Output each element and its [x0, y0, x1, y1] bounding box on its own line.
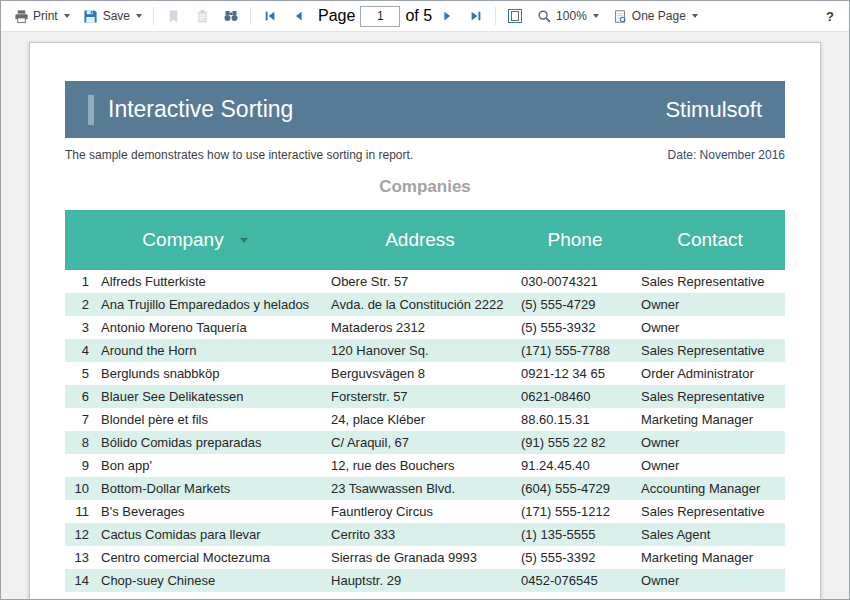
- table-row: 10Bottom-Dollar Markets23 Tsawwassen Blv…: [65, 477, 785, 500]
- table-cell: 24, place Kléber: [325, 408, 515, 431]
- column-header-contact[interactable]: Contact: [635, 210, 785, 270]
- viewer-area[interactable]: Interactive Sorting Stimulsoft The sampl…: [1, 32, 849, 599]
- table-cell: Av. dos Lusíadas, 23: [325, 592, 515, 599]
- section-title: Companies: [65, 177, 785, 197]
- row-number-cell: 3: [65, 316, 95, 339]
- next-page-button[interactable]: [433, 4, 461, 28]
- table-row: 3Antonio Moreno TaqueríaMataderos 2312(5…: [65, 316, 785, 339]
- parameters-button[interactable]: [188, 4, 216, 28]
- table-cell: Owner: [635, 569, 785, 592]
- row-number-cell: 7: [65, 408, 95, 431]
- zoom-button[interactable]: 100%: [530, 4, 605, 28]
- report-title: Interactive Sorting: [108, 96, 293, 123]
- print-button[interactable]: Print: [7, 4, 76, 28]
- table-cell: Owner: [635, 431, 785, 454]
- brand-label: Stimulsoft: [665, 97, 762, 123]
- save-button[interactable]: Save: [77, 4, 148, 28]
- table-row: 1Alfreds FutterkisteObere Str. 57030-007…: [65, 270, 785, 293]
- table-cell: Centro comercial Moctezuma: [95, 546, 325, 569]
- row-number-cell: 13: [65, 546, 95, 569]
- row-number-cell: 2: [65, 293, 95, 316]
- row-number-cell: 10: [65, 477, 95, 500]
- table-row: 11B's BeveragesFauntleroy Circus(171) 55…: [65, 500, 785, 523]
- table-cell: Comércio Mineiro: [95, 592, 325, 599]
- report-viewer-window: Print Save: [0, 0, 850, 600]
- table-cell: (11) 555-7647: [515, 592, 635, 599]
- row-number-cell: 14: [65, 569, 95, 592]
- table-cell: 88.60.15.31: [515, 408, 635, 431]
- company-table-body: 1Alfreds FutterkisteObere Str. 57030-007…: [65, 270, 785, 599]
- row-number-cell: 8: [65, 431, 95, 454]
- table-cell: C/ Araquil, 67: [325, 431, 515, 454]
- table-row: 5Berglunds snabbköpBerguvsvägen 80921-12…: [65, 362, 785, 385]
- table-cell: Bon app': [95, 454, 325, 477]
- table-cell: 0452-076545: [515, 569, 635, 592]
- previous-page-icon: [291, 8, 307, 24]
- report-header-band: Interactive Sorting Stimulsoft: [65, 81, 785, 138]
- row-number-cell: 6: [65, 385, 95, 408]
- next-page-icon: [439, 8, 455, 24]
- table-cell: Sales Agent: [635, 523, 785, 546]
- zoom-value-label: 100%: [556, 9, 587, 23]
- previous-page-button[interactable]: [285, 4, 313, 28]
- table-row: 6Blauer See DelikatessenForsterstr. 5706…: [65, 385, 785, 408]
- column-header-address[interactable]: Address: [325, 210, 515, 270]
- table-cell: Berguvsvägen 8: [325, 362, 515, 385]
- chevron-down-icon: [136, 14, 142, 18]
- table-cell: 12, rue des Bouchers: [325, 454, 515, 477]
- table-cell: Bottom-Dollar Markets: [95, 477, 325, 500]
- table-cell: Sales Representative: [635, 270, 785, 293]
- page-number-input[interactable]: [360, 6, 400, 27]
- row-number-cell: 9: [65, 454, 95, 477]
- first-page-button[interactable]: [256, 4, 284, 28]
- page-view-icon: [507, 8, 523, 24]
- page-total-label: of 5: [405, 7, 432, 25]
- table-row: 7Blondel père et fils24, place Kléber88.…: [65, 408, 785, 431]
- column-header-company[interactable]: Company: [65, 210, 325, 270]
- view-mode-label: One Page: [632, 9, 686, 23]
- page-view-button[interactable]: [501, 4, 529, 28]
- table-cell: B's Beverages: [95, 500, 325, 523]
- table-cell: Around the Horn: [95, 339, 325, 362]
- chevron-down-icon: [593, 14, 599, 18]
- table-cell: 120 Hanover Sq.: [325, 339, 515, 362]
- save-label: Save: [103, 9, 130, 23]
- last-page-button[interactable]: [462, 4, 490, 28]
- table-cell: (604) 555-4729: [515, 477, 635, 500]
- table-cell: Cerrito 333: [325, 523, 515, 546]
- column-header-company-label: Company: [142, 229, 223, 250]
- table-cell: (5) 555-3392: [515, 546, 635, 569]
- column-header-phone[interactable]: Phone: [515, 210, 635, 270]
- find-button[interactable]: [217, 4, 245, 28]
- table-cell: Accounting Manager: [635, 477, 785, 500]
- report-meta-row: The sample demonstrates how to use inter…: [65, 148, 785, 162]
- view-mode-button[interactable]: One Page: [606, 4, 704, 28]
- table-cell: (91) 555 22 82: [515, 431, 635, 454]
- toolbar-separator: [153, 7, 154, 25]
- table-cell: Owner: [635, 293, 785, 316]
- bookmarks-button[interactable]: [159, 4, 187, 28]
- report-date: Date: November 2016: [668, 148, 785, 162]
- table-cell: Sales Representative: [635, 500, 785, 523]
- table-row: 8Bólido Comidas preparadasC/ Araquil, 67…: [65, 431, 785, 454]
- table-cell: Order Administrator: [635, 362, 785, 385]
- table-row: 13Centro comercial MoctezumaSierras de G…: [65, 546, 785, 569]
- table-cell: Owner: [635, 316, 785, 339]
- zoom-icon: [536, 8, 552, 24]
- table-cell: Berglunds snabbköp: [95, 362, 325, 385]
- table-cell: Marketing Manager: [635, 546, 785, 569]
- table-cell: Marketing Manager: [635, 408, 785, 431]
- table-cell: (1) 135-5555: [515, 523, 635, 546]
- table-cell: Chop-suey Chinese: [95, 569, 325, 592]
- row-number-cell: 4: [65, 339, 95, 362]
- table-cell: (171) 555-1212: [515, 500, 635, 523]
- table-cell: Obere Str. 57: [325, 270, 515, 293]
- table-cell: 91.24.45.40: [515, 454, 635, 477]
- sort-indicator-icon: [240, 238, 248, 243]
- parameters-icon: [194, 8, 210, 24]
- table-cell: Hauptstr. 29: [325, 569, 515, 592]
- table-header-row: Company Address Phone Contact: [65, 210, 785, 270]
- chevron-down-icon: [64, 14, 70, 18]
- help-button[interactable]: ?: [817, 5, 843, 28]
- first-page-icon: [262, 8, 278, 24]
